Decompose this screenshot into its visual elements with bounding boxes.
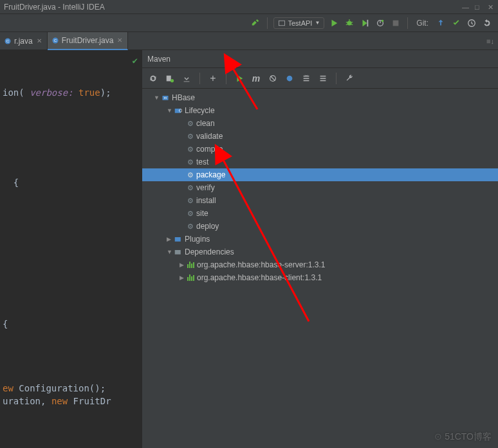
gear-icon: ⚙: [187, 158, 194, 166]
close-icon[interactable]: ✕: [117, 37, 122, 44]
expand-arrow-icon[interactable]: [154, 94, 159, 101]
code-line: {: [0, 318, 142, 330]
maven-toolbar: + m: [142, 68, 498, 89]
code-line: ew Configuration();: [0, 382, 142, 395]
tree-label: package: [196, 170, 225, 179]
tree-label: verify: [196, 183, 215, 192]
expand-arrow-icon[interactable]: [180, 262, 185, 268]
expand-all-icon[interactable]: [317, 73, 329, 84]
tree-label: deploy: [196, 222, 219, 231]
editor-panel[interactable]: ✔ ion( verbose: true); { { ew Configurat…: [0, 50, 142, 448]
editor-tabs: C r.java ✕ C FruitDriver.java ✕ ≡↓: [0, 32, 498, 50]
tree-goal-verify[interactable]: ⚙ verify: [142, 181, 498, 194]
svg-rect-9: [393, 20, 399, 26]
generate-sources-icon[interactable]: [164, 73, 176, 84]
run-button[interactable]: [328, 17, 340, 29]
tree-label: site: [196, 209, 208, 218]
profiler-button[interactable]: [374, 17, 386, 29]
add-icon[interactable]: +: [207, 73, 219, 84]
tab-fruitdriver-java[interactable]: C FruitDriver.java ✕: [48, 32, 129, 50]
stop-button[interactable]: [390, 17, 401, 29]
minimize-button[interactable]: —: [462, 4, 468, 10]
tree-goal-package[interactable]: ⚙ package: [142, 168, 498, 181]
svg-rect-0: [279, 21, 284, 26]
svg-text:C: C: [6, 39, 10, 43]
chevron-down-icon: ▼: [315, 20, 320, 26]
vcs-update-icon[interactable]: [435, 17, 447, 29]
run-maven-icon[interactable]: [234, 73, 245, 84]
tree-dep-hbase-server[interactable]: org.apache.hbase:hbase-server:1.3.1: [142, 258, 498, 271]
separator: [267, 17, 268, 29]
main-area: ✔ ion( verbose: true); { { ew Configurat…: [0, 50, 498, 448]
collapse-all-icon[interactable]: [300, 73, 312, 84]
ok-checkmark-icon: ✔: [133, 54, 138, 67]
expand-arrow-icon[interactable]: [180, 274, 185, 281]
tree-plugins[interactable]: Plugins: [142, 233, 498, 246]
expand-arrow-icon[interactable]: [167, 249, 172, 255]
vcs-revert-icon[interactable]: [481, 17, 493, 29]
tree-label: org.apache.hbase:hbase-client:1.3.1: [197, 273, 322, 282]
tree-label: clean: [196, 119, 215, 128]
code-line: {: [0, 176, 142, 189]
tree-goal-test[interactable]: ⚙ test: [142, 156, 498, 168]
reimport-icon[interactable]: [147, 73, 159, 84]
svg-point-16: [171, 78, 174, 82]
debug-button[interactable]: [344, 17, 355, 29]
maven-tree[interactable]: m HBase Lifecycle ⚙ clean ⚙ validate ⚙ c…: [142, 89, 498, 448]
expand-arrow-icon[interactable]: [167, 107, 172, 114]
tree-goal-validate[interactable]: ⚙ validate: [142, 130, 498, 143]
run-configuration-dropdown[interactable]: TestAPI ▼: [273, 17, 325, 29]
vcs-history-icon[interactable]: [466, 17, 477, 29]
tree-dependencies[interactable]: Dependencies: [142, 246, 498, 258]
svg-line-5: [346, 24, 348, 24]
show-list-icon[interactable]: ≡↓: [486, 37, 494, 45]
tree-goal-compile[interactable]: ⚙ compile: [142, 143, 498, 156]
window-title: FruitDriver.java - IntelliJ IDEA: [4, 3, 105, 12]
tree-label: HBase: [172, 93, 195, 102]
gear-icon: ⚙: [187, 222, 194, 231]
maven-panel: Maven + m m HBase: [142, 50, 498, 448]
tree-label: org.apache.hbase:hbase-server:1.3.1: [197, 260, 325, 269]
tree-label: install: [196, 196, 216, 205]
show-dependencies-icon[interactable]: [284, 73, 295, 84]
code-line: uration, new FruitDr: [0, 395, 142, 408]
gear-icon: ⚙: [187, 120, 194, 128]
title-bar: FruitDriver.java - IntelliJ IDEA — □ ✕: [0, 0, 498, 14]
gear-icon: ⚙: [187, 210, 194, 218]
download-sources-icon[interactable]: [181, 73, 192, 84]
maven-title: Maven: [147, 55, 171, 64]
tree-goal-deploy[interactable]: ⚙ deploy: [142, 220, 498, 233]
tree-root-hbase[interactable]: m HBase: [142, 91, 498, 104]
vcs-commit-icon[interactable]: [450, 17, 462, 29]
svg-point-19: [287, 75, 293, 81]
tree-goal-install[interactable]: ⚙ install: [142, 194, 498, 207]
tree-dep-hbase-client[interactable]: org.apache.hbase:hbase-client:1.3.1: [142, 271, 498, 284]
maven-header: Maven: [142, 50, 498, 68]
maximize-button[interactable]: □: [475, 4, 481, 10]
library-icon: [187, 262, 194, 268]
tab-label: r.java: [14, 37, 33, 46]
tree-goal-site[interactable]: ⚙ site: [142, 207, 498, 220]
close-button[interactable]: ✕: [488, 4, 494, 10]
toggle-skip-tests-icon[interactable]: [267, 73, 279, 84]
settings-wrench-icon[interactable]: [344, 73, 355, 84]
tree-goal-clean[interactable]: ⚙ clean: [142, 117, 498, 130]
close-icon[interactable]: ✕: [37, 37, 42, 44]
tree-lifecycle[interactable]: Lifecycle: [142, 104, 498, 117]
m-icon[interactable]: m: [250, 73, 262, 84]
code-line: ion( verbose: true);: [0, 86, 142, 99]
build-hammer-icon[interactable]: [250, 17, 261, 29]
separator: [226, 73, 226, 84]
coverage-button[interactable]: [359, 17, 371, 29]
tab-r-java[interactable]: C r.java ✕: [0, 32, 48, 50]
expand-arrow-icon[interactable]: [167, 236, 172, 242]
separator: [407, 17, 408, 29]
tree-label: validate: [196, 132, 223, 141]
svg-text:C: C: [54, 39, 57, 42]
tree-label: Lifecycle: [185, 106, 215, 115]
svg-point-8: [382, 19, 384, 22]
git-label: Git:: [416, 19, 429, 28]
svg-line-3: [346, 22, 348, 22]
gear-icon: ⚙: [187, 197, 194, 205]
library-icon: [187, 274, 194, 281]
